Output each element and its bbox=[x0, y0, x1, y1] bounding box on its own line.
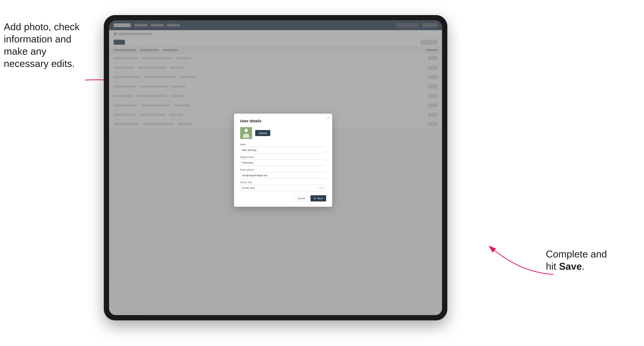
user-details-modal: × User details Upload Name Display name bbox=[234, 114, 332, 207]
modal-overlay: × User details Upload Name Display name bbox=[109, 20, 442, 315]
tablet-screen: × User details Upload Name Display name bbox=[109, 20, 442, 315]
user-photo-thumbnail bbox=[240, 127, 252, 139]
save-button-label: Save bbox=[317, 197, 323, 200]
tablet-device: × User details Upload Name Display name bbox=[104, 15, 447, 320]
school-year-value: Fourth Year bbox=[242, 186, 255, 189]
email-field-group: Email address bbox=[240, 169, 326, 178]
annotation-left: Add photo, check information and make an… bbox=[4, 21, 90, 70]
school-year-wrapper: Fourth Year × ▲▼ bbox=[240, 185, 326, 191]
email-input[interactable] bbox=[240, 172, 326, 178]
school-year-label: School Year bbox=[240, 181, 326, 184]
modal-close-button[interactable]: × bbox=[327, 116, 329, 120]
modal-footer: Cancel ⬆ Save bbox=[240, 195, 326, 201]
photo-section: Upload bbox=[240, 127, 326, 139]
annotation-right: Complete and hit Save. bbox=[546, 248, 629, 273]
clear-icon[interactable]: × bbox=[317, 186, 319, 189]
display-name-field-group: Display name bbox=[240, 156, 326, 166]
cancel-button[interactable]: Cancel bbox=[294, 195, 308, 201]
school-year-controls: × ▲▼ bbox=[317, 186, 324, 189]
display-name-input[interactable] bbox=[240, 160, 326, 166]
save-button[interactable]: ⬆ Save bbox=[310, 195, 326, 201]
display-name-label: Display name bbox=[240, 156, 326, 159]
name-input[interactable] bbox=[240, 147, 326, 153]
name-label: Name bbox=[240, 143, 326, 146]
school-year-select[interactable]: Fourth Year × ▲▼ bbox=[240, 185, 326, 191]
chevron-down-icon: ▲▼ bbox=[320, 187, 324, 189]
email-label: Email address bbox=[240, 169, 326, 171]
upload-photo-button[interactable]: Upload bbox=[255, 130, 270, 136]
school-year-field-group: School Year Fourth Year × ▲▼ bbox=[240, 181, 326, 191]
save-icon: ⬆ bbox=[314, 197, 316, 200]
name-field-group: Name bbox=[240, 143, 326, 153]
modal-title: User details bbox=[240, 119, 326, 123]
